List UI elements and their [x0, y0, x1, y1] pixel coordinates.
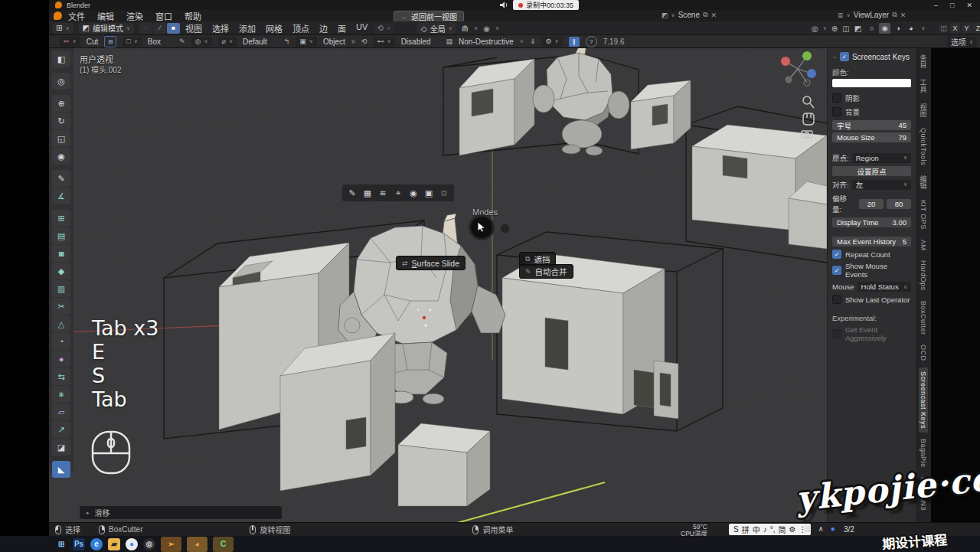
- menu-item[interactable]: 文件: [68, 10, 85, 22]
- back-arrow-icon[interactable]: ↰: [284, 38, 290, 45]
- edge-select-button[interactable]: ∕: [153, 23, 166, 34]
- solid-shading-button[interactable]: ◉: [879, 23, 890, 34]
- app-circle-icon[interactable]: ●: [126, 537, 138, 552]
- viewlayer-dropdown-icon[interactable]: ∨: [847, 12, 851, 18]
- help-button[interactable]: ?: [586, 36, 597, 47]
- stencil-icon[interactable]: ▦: [361, 186, 374, 200]
- viewport-menu-item[interactable]: 视图: [185, 22, 202, 34]
- repeat-count-checkbox[interactable]: ✓: [832, 250, 841, 259]
- tool-boxcutter[interactable]: ◪: [52, 439, 70, 456]
- scene-copy-icon[interactable]: ⧉: [703, 11, 707, 19]
- tool-edge-slide[interactable]: ⇆: [52, 368, 70, 385]
- face-select-button[interactable]: ■: [167, 23, 180, 34]
- material-shading-button[interactable]: ◑: [892, 23, 903, 34]
- menu-item[interactable]: 渲染: [126, 10, 143, 22]
- viewport-menu-item[interactable]: 添加: [239, 22, 256, 34]
- ime-item[interactable]: 简: [778, 524, 786, 535]
- viewlayer-close-icon[interactable]: ✕: [900, 11, 906, 19]
- origin-dropdown[interactable]: Region ∨: [852, 153, 911, 163]
- modes-secondary-dot[interactable]: [500, 224, 510, 234]
- options-dropdown[interactable]: 选项 ∨: [947, 37, 977, 47]
- boxcutter-shape-icon[interactable]: ⊞: [104, 36, 116, 47]
- visibility-dropdown-icon[interactable]: ∨: [823, 25, 827, 31]
- tool-loop-cut[interactable]: ▥: [52, 280, 70, 297]
- ime-item[interactable]: 中: [753, 524, 760, 535]
- tool-inset-faces[interactable]: ◙: [52, 245, 70, 262]
- align-dropdown[interactable]: 左 ∨: [852, 180, 911, 190]
- menu-item[interactable]: 帮助: [185, 10, 201, 22]
- viewport-menu-item[interactable]: 边: [319, 22, 328, 34]
- max-event-history-slider[interactable]: Max Event History 5: [832, 237, 911, 247]
- target-icon[interactable]: ⌖: [391, 186, 405, 200]
- panel-collapse-icon[interactable]: ⌄: [832, 54, 837, 60]
- display-time-slider[interactable]: Display Time 3.00: [832, 217, 911, 227]
- mirror-axis-toggle[interactable]: Y: [962, 23, 972, 33]
- settings-dropdown[interactable]: ⚙ ∨: [541, 37, 562, 47]
- sidebar-tab[interactable]: AM: [919, 236, 928, 255]
- tool-active-select[interactable]: ◣: [52, 461, 70, 478]
- minimize-button[interactable]: –: [934, 2, 938, 9]
- tool-rip-region[interactable]: ↗: [52, 421, 70, 438]
- editor-type-button[interactable]: ⊞ ∨: [52, 23, 74, 34]
- mode-dropdown[interactable]: ◩ 编辑模式 ∨: [79, 23, 135, 34]
- extra-tool-icon[interactable]: ⧉: [437, 186, 451, 200]
- method-list-icon[interactable]: ▤: [446, 38, 453, 45]
- tool-add-cube[interactable]: ⊞: [52, 210, 70, 227]
- transform-orientation-dropdown[interactable]: ◇ 全局 ∨: [417, 23, 456, 34]
- tool-fallback-dropdown[interactable]: ⟲∨: [373, 23, 394, 34]
- tool-shrink-fatten[interactable]: ∗: [52, 386, 70, 403]
- c-app-icon[interactable]: C: [213, 537, 234, 552]
- sidebar-tab[interactable]: OCD: [919, 341, 928, 365]
- ime-item[interactable]: S: [733, 525, 739, 534]
- tool-scale[interactable]: ◱: [52, 130, 70, 147]
- show-last-operator-checkbox[interactable]: [832, 295, 841, 304]
- falloff-dropdown-icon[interactable]: ∨: [495, 25, 499, 31]
- show-overlays-icon[interactable]: ◫: [842, 24, 849, 33]
- scene-selector[interactable]: ◩ ∨ Scene ⧉ ✕: [662, 11, 717, 19]
- operator-panel[interactable]: ▸ 滑移: [80, 506, 282, 519]
- start-button[interactable]: ⊞: [55, 537, 67, 552]
- display-grid-icon[interactable]: ⌗: [351, 38, 355, 46]
- screencast-enable-checkbox[interactable]: ✓: [840, 52, 849, 61]
- tool-transform[interactable]: ◉: [52, 148, 70, 165]
- pivot-dropdown[interactable]: ◎ ∨: [191, 37, 212, 47]
- viewport-3d[interactable]: [49, 48, 827, 522]
- show-gizmo-icon[interactable]: ⊕: [831, 24, 838, 33]
- file-explorer-icon[interactable]: ▰: [108, 537, 120, 552]
- edge-browser-icon[interactable]: e: [90, 537, 103, 552]
- pause-button[interactable]: ∥: [569, 37, 580, 47]
- mouse-mode-dropdown[interactable]: Hold Status ∨: [858, 282, 911, 292]
- sidebar-tab[interactable]: QuickTools: [919, 124, 928, 169]
- tool-spin[interactable]: ◔: [52, 333, 70, 350]
- tool-extrude-region[interactable]: ▤: [52, 227, 70, 244]
- capture-arrow-icon[interactable]: ➢: [161, 537, 181, 552]
- tool-rotate[interactable]: ↻: [52, 113, 70, 129]
- cut-mode-dropdown[interactable]: ✂ ∨: [60, 37, 80, 47]
- show-mouse-events-checkbox[interactable]: ✓: [832, 266, 841, 275]
- ime-item[interactable]: ⚙: [789, 525, 795, 534]
- viewlayer-selector[interactable]: ≣ ∨ ViewLayer ⧉ ✕: [838, 11, 906, 19]
- show-visibility-icon[interactable]: ◎: [812, 24, 818, 33]
- get-event-checkbox[interactable]: [832, 329, 841, 338]
- blender-menu-icon[interactable]: [54, 11, 62, 20]
- maximize-button[interactable]: □: [950, 2, 954, 9]
- viewlayer-copy-icon[interactable]: ⧉: [892, 11, 897, 19]
- viewport-menu-item[interactable]: 面: [338, 22, 346, 34]
- mirror-axis-toggle[interactable]: X: [950, 23, 960, 33]
- blender-app-icon[interactable]: ◕: [187, 537, 207, 552]
- background-checkbox[interactable]: [832, 107, 841, 116]
- color-swatch[interactable]: [832, 79, 911, 87]
- tool-annotate[interactable]: ✎: [52, 170, 70, 187]
- viewport-menu-item[interactable]: 顶点: [292, 22, 309, 34]
- back-previous-view-button[interactable]: ← 返回前一视图: [394, 11, 464, 22]
- shading-dropdown-icon[interactable]: ∨: [921, 25, 925, 31]
- tool-select-box[interactable]: ◧: [52, 51, 70, 67]
- tool-knife[interactable]: ✂: [52, 298, 70, 315]
- behavior-dropdown[interactable]: ⌀ ∨: [218, 37, 237, 47]
- tray-blue-dot-icon[interactable]: ●: [831, 524, 835, 533]
- set-origin-button[interactable]: 设置原点: [832, 166, 911, 176]
- mirror-axis-toggle[interactable]: Z: [973, 23, 980, 33]
- tool-measure[interactable]: ∡: [52, 188, 70, 204]
- offset-x-field[interactable]: 20: [859, 199, 884, 209]
- transform-box-icon[interactable]: ▣: [422, 186, 436, 200]
